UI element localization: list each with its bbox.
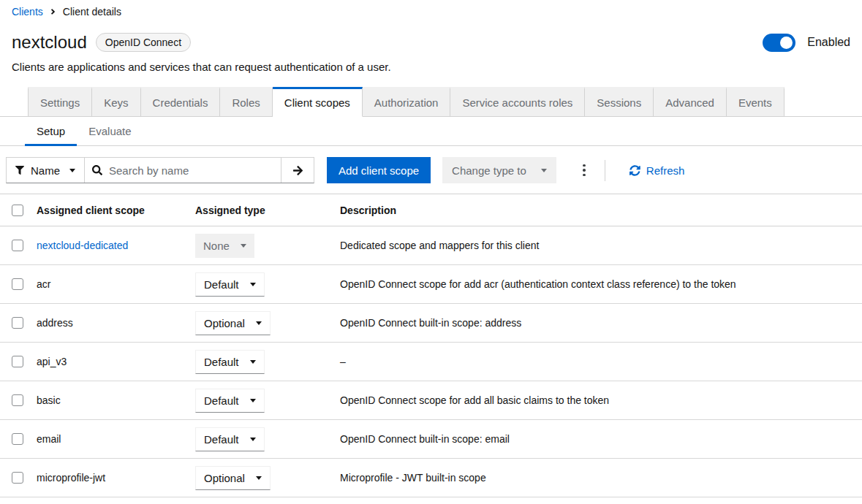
tab-events[interactable]: Events: [727, 87, 785, 117]
table-row: acr Default OpenID Connect scope for add…: [0, 265, 862, 304]
chevron-down-icon: [256, 321, 262, 325]
change-type-dropdown[interactable]: Change type to: [442, 157, 556, 183]
chevron-down-icon: [256, 476, 262, 480]
table-row: address Optional OpenID Connect built-in…: [0, 304, 862, 343]
refresh-button[interactable]: Refresh: [630, 164, 685, 177]
tab-client-scopes[interactable]: Client scopes: [273, 87, 363, 117]
filter-type-label: Name: [31, 164, 60, 177]
toolbar-divider: [605, 160, 605, 181]
assigned-type-value: Default: [204, 278, 239, 291]
row-checkbox[interactable]: [12, 472, 23, 484]
assigned-type-dropdown[interactable]: Default: [195, 350, 265, 374]
column-header-description: Description: [340, 205, 862, 216]
column-header-scope: Assigned client scope: [37, 205, 195, 216]
scope-description: Dedicated scope and mappers for this cli…: [340, 240, 539, 251]
assigned-type-dropdown[interactable]: Optional: [195, 311, 271, 335]
assigned-type-dropdown: None: [195, 234, 254, 258]
search-submit-button[interactable]: [281, 158, 314, 183]
scope-name: basic: [37, 394, 61, 406]
table-row: email Default OpenID Connect built-in sc…: [0, 420, 862, 459]
chevron-down-icon: [241, 244, 246, 248]
tab-credentials[interactable]: Credentials: [141, 87, 221, 117]
filter-type-dropdown[interactable]: Name: [7, 158, 84, 183]
scope-description: OpenID Connect scope for add all basic c…: [340, 394, 609, 406]
tab-keys[interactable]: Keys: [92, 87, 140, 117]
table-row: nextcloud-dedicated None Dedicated scope…: [0, 226, 862, 265]
chevron-down-icon: [250, 438, 256, 441]
arrow-right-icon: [292, 165, 303, 176]
assigned-type-value: Default: [204, 433, 239, 446]
tab-advanced[interactable]: Advanced: [654, 87, 727, 117]
add-client-scope-button[interactable]: Add client scope: [327, 157, 431, 183]
scope-description: OpenID Connect built-in scope: address: [340, 317, 521, 329]
chevron-down-icon: [250, 360, 256, 364]
table-row: basic Default OpenID Connect scope for a…: [0, 381, 862, 420]
chevron-down-icon: [250, 399, 256, 402]
table-header: Assigned client scope Assigned type Desc…: [0, 194, 862, 226]
scope-name: acr: [37, 278, 50, 290]
scope-name: api_v3: [37, 356, 67, 367]
search-box: [84, 158, 281, 183]
enabled-toggle-label: Enabled: [807, 36, 850, 49]
sub-tabs: SetupEvaluate: [0, 117, 862, 146]
tab-roles[interactable]: Roles: [220, 87, 272, 117]
page-description: Clients are applications and services th…: [12, 61, 850, 73]
refresh-label: Refresh: [646, 164, 685, 177]
assigned-type-value: None: [203, 240, 230, 252]
scope-description: OpenID Connect built-in scope: email: [340, 433, 510, 445]
select-all-checkbox[interactable]: [12, 205, 23, 216]
main-tabs: SettingsKeysCredentialsRolesClient scope…: [0, 87, 862, 117]
client-scopes-table: Assigned client scope Assigned type Desc…: [0, 194, 862, 497]
assigned-type-value: Default: [204, 394, 239, 407]
subtab-setup[interactable]: Setup: [25, 117, 77, 145]
filter-icon: [15, 166, 24, 175]
search-filter-group: Name: [6, 157, 314, 183]
tab-sessions[interactable]: Sessions: [585, 87, 654, 117]
breadcrumb: Clients Client details: [0, 0, 862, 22]
row-checkbox[interactable]: [12, 278, 23, 290]
page-header: nextcloud OpenID Connect Enabled Clients…: [0, 22, 862, 73]
chevron-down-icon: [250, 283, 256, 286]
scope-name: email: [37, 433, 61, 445]
assigned-type-value: Optional: [204, 472, 245, 484]
table-row: microprofile-jwt Optional Microprofile -…: [0, 459, 862, 497]
protocol-badge: OpenID Connect: [96, 33, 191, 53]
breadcrumb-clients-link[interactable]: Clients: [12, 6, 43, 18]
chevron-down-icon: [541, 169, 547, 172]
table-row: api_v3 Default –: [0, 343, 862, 381]
chevron-down-icon: [69, 169, 75, 172]
chevron-right-icon: [50, 7, 56, 16]
enabled-toggle[interactable]: [763, 34, 795, 52]
toolbar: Name Add client scope Change type to Ref…: [6, 157, 856, 183]
tab-settings[interactable]: Settings: [28, 87, 92, 117]
scope-name[interactable]: nextcloud-dedicated: [37, 240, 128, 251]
kebab-menu-button[interactable]: [570, 157, 599, 183]
tab-service-accounts-roles[interactable]: Service accounts roles: [450, 87, 585, 117]
toggle-knob: [780, 37, 793, 49]
subtab-evaluate[interactable]: Evaluate: [77, 117, 143, 145]
row-checkbox[interactable]: [12, 433, 23, 445]
assigned-type-dropdown[interactable]: Default: [195, 389, 265, 413]
scope-description: OpenID Connect scope for add acr (authen…: [340, 278, 736, 290]
tab-authorization[interactable]: Authorization: [363, 87, 451, 117]
scope-description: Microprofile - JWT built-in scope: [340, 472, 486, 484]
row-checkbox[interactable]: [12, 240, 23, 251]
change-type-label: Change type to: [452, 164, 526, 177]
row-checkbox[interactable]: [12, 317, 23, 329]
assigned-type-dropdown[interactable]: Default: [195, 427, 265, 451]
refresh-icon: [630, 165, 640, 176]
assigned-type-dropdown[interactable]: Default: [195, 272, 265, 297]
assigned-type-dropdown[interactable]: Optional: [195, 466, 271, 490]
search-input[interactable]: [109, 164, 273, 177]
scope-description: –: [340, 356, 346, 367]
page-title: nextcloud: [12, 32, 87, 53]
scopes-table-body: nextcloud-dedicated None Dedicated scope…: [0, 226, 862, 497]
scope-name: address: [37, 317, 73, 329]
scope-name: microprofile-jwt: [37, 472, 105, 484]
column-header-type: Assigned type: [195, 205, 340, 216]
row-checkbox[interactable]: [12, 356, 23, 367]
row-checkbox[interactable]: [12, 394, 23, 406]
search-icon: [92, 165, 102, 175]
breadcrumb-current: Client details: [63, 6, 121, 18]
assigned-type-value: Default: [204, 356, 239, 368]
